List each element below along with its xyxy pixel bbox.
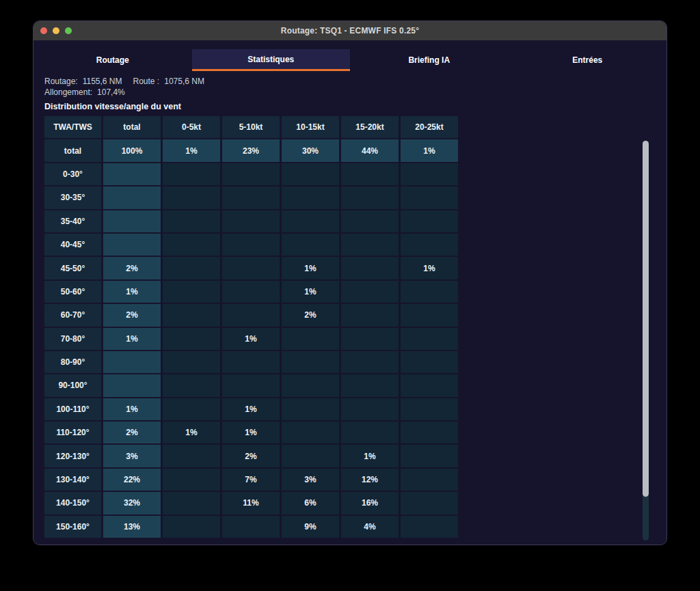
row-label: 100-110° [44,398,101,420]
data-cell: 23% [222,139,280,161]
data-cell [163,445,220,467]
data-cell [222,351,280,373]
row-label: 70-80° [44,328,101,350]
allongement-value: 107,4% [97,87,125,97]
data-cell [163,234,220,256]
row-label: 60-70° [44,304,101,326]
minimize-button[interactable] [53,27,59,34]
scrollbar-track[interactable] [643,141,649,540]
total-cell [103,351,161,373]
tab-statistiques[interactable]: Statistiques [192,49,351,71]
route-label: Route : [133,77,160,86]
col-header: 0-5kt [163,116,220,138]
row-label: 0-30° [44,163,101,185]
total-cell: 2% [103,422,161,443]
data-cell: 2% [222,445,280,467]
row-label: 140-150° [44,492,101,514]
data-cell [222,516,280,538]
data-cell [341,163,399,185]
data-cell [401,328,458,350]
summary-line-distances: Routage:1155,6 NMRoute :1075,6 NM [44,76,667,87]
data-cell [282,210,339,232]
data-cell [282,187,339,208]
data-cell [341,234,399,256]
data-cell [163,163,220,185]
data-cell [401,234,458,256]
data-cell: 6% [282,492,339,514]
tab-briefing-ia[interactable]: Briefing IA [350,49,509,71]
data-cell [401,187,458,208]
data-cell: 1% [401,257,458,279]
total-cell [103,163,161,185]
data-cell [163,374,220,396]
row-label: 40-45° [44,234,101,256]
data-cell [222,257,280,279]
data-cell: 3% [282,469,339,491]
data-cell [401,492,458,514]
row-label: 50-60° [44,281,101,303]
routage-label: Routage: [44,77,78,86]
data-cell [163,210,220,232]
close-button[interactable] [40,27,47,34]
data-cell [163,516,220,538]
total-cell: 2% [103,257,161,279]
allongement-label: Allongement: [44,87,92,97]
col-header: 15-20kt [341,116,399,138]
total-cell: 2% [103,304,161,326]
data-cell: 30% [282,139,339,161]
data-cell: 4% [341,516,399,538]
row-label: 80-90° [44,351,101,373]
data-cell [222,304,280,326]
row-label: 45-50° [44,257,101,279]
data-cell [222,234,280,256]
data-cell [282,234,339,256]
summary-line-allongement: Allongement:107,4% [44,87,667,98]
data-cell: 1% [282,257,339,279]
total-cell [103,374,161,396]
data-cell [282,328,339,350]
data-cell: 1% [163,422,220,443]
data-cell [282,374,339,396]
data-cell: 1% [282,281,339,303]
row-label: 150-160° [44,516,101,538]
total-cell: 22% [103,469,161,491]
total-cell: 13% [103,516,161,538]
total-cell [103,210,161,232]
data-cell [282,163,339,185]
data-cell: 1% [222,328,280,350]
row-label: 110-120° [44,422,101,443]
data-cell: 44% [341,139,399,161]
data-cell [163,187,220,208]
data-cell [401,374,458,396]
data-cell: 1% [341,445,399,467]
data-cell [401,445,458,467]
data-cell [341,351,399,373]
row-label: total [44,139,101,161]
section-title: Distribution vitesse/angle du vent [44,102,667,111]
data-cell [401,398,458,420]
total-cell: 100% [103,139,161,161]
tab-routage[interactable]: Routage [33,49,192,71]
scrollbar-thumb[interactable] [643,141,649,497]
data-cell [282,398,339,420]
zoom-button[interactable] [65,27,72,34]
data-cell [341,328,399,350]
data-cell [401,351,458,373]
data-cell [163,281,220,303]
data-cell [341,374,399,396]
tab-entr-es[interactable]: Entrées [509,49,667,71]
total-cell: 1% [103,398,161,420]
col-header: total [103,116,161,138]
data-cell: 2% [282,304,339,326]
data-cell [341,257,399,279]
col-header: 10-15kt [282,116,339,138]
row-label: 35-40° [44,210,101,232]
data-cell [163,257,220,279]
row-label: 120-130° [44,445,101,467]
data-cell [222,374,280,396]
corner-header: TWA/TWS [44,116,101,138]
row-label: 90-100° [44,374,101,396]
tab-bar: RoutageStatistiquesBriefing IAEntrées [33,49,667,71]
title-bar[interactable]: Routage: TSQ1 - ECMWF IFS 0.25° [33,21,667,40]
data-cell [401,281,458,303]
